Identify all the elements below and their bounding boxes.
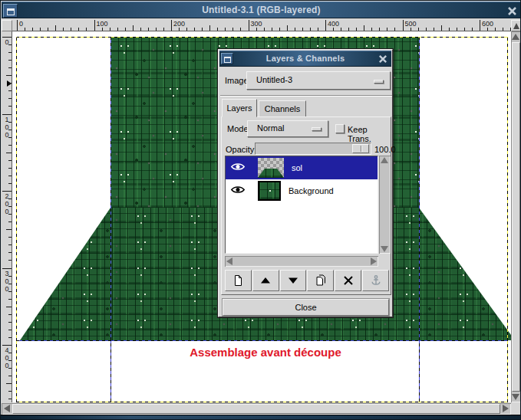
ruler-tick xyxy=(264,28,265,31)
ruler-tick xyxy=(279,28,280,31)
layer-list-hscrollbar[interactable] xyxy=(225,256,378,267)
ruler-label: 100 xyxy=(2,114,11,139)
ruler-tick xyxy=(8,60,12,61)
ruler-tick xyxy=(6,383,12,384)
scroll-down-icon[interactable] xyxy=(381,246,388,252)
lower-layer-button[interactable] xyxy=(280,270,307,291)
ruler-tick xyxy=(32,28,33,31)
ruler-tick xyxy=(240,28,241,31)
ruler-tick xyxy=(434,28,434,31)
ruler-tick xyxy=(8,183,12,184)
ruler-tick xyxy=(8,221,12,222)
dialog-titlebar[interactable]: Layers & Channels xyxy=(219,51,391,67)
layer-row-sol[interactable]: sol xyxy=(226,156,378,179)
ruler-tick xyxy=(156,28,157,31)
ruler-tick xyxy=(426,28,427,31)
ruler-tick xyxy=(55,25,56,31)
ruler-tick xyxy=(449,28,450,31)
vertical-scrollbar-thumb[interactable] xyxy=(512,42,520,392)
horizontal-scrollbar[interactable] xyxy=(2,403,511,415)
ruler-tick xyxy=(217,28,218,31)
canvas-annotation-text: Assemblage avant découpe xyxy=(131,346,400,359)
ruler-tick xyxy=(8,330,12,330)
layer-list: solBackground xyxy=(225,156,378,254)
ruler-tick xyxy=(295,28,295,31)
window-close-button[interactable] xyxy=(504,3,519,18)
ruler-tick xyxy=(379,28,380,31)
guide-vertical[interactable] xyxy=(110,38,111,402)
new-layer-button[interactable] xyxy=(225,270,252,291)
tab-channels[interactable]: Channels xyxy=(259,100,306,117)
scroll-left-icon[interactable] xyxy=(4,405,10,412)
delete-layer-button[interactable] xyxy=(335,270,361,291)
layer-boundary-left xyxy=(16,37,17,402)
ruler-label: 600 xyxy=(480,20,493,31)
scroll-right-icon[interactable] xyxy=(503,405,509,412)
opacity-value: 100.0 xyxy=(374,145,396,154)
scroll-right-icon[interactable] xyxy=(371,258,377,265)
delete-x-icon xyxy=(335,274,361,287)
ruler-tick xyxy=(387,28,387,31)
layer-name: Background xyxy=(289,186,334,195)
mode-select[interactable]: Normal xyxy=(247,120,328,137)
navigation-corner-box[interactable] xyxy=(511,20,521,31)
ruler-tick xyxy=(8,176,12,176)
image-select[interactable]: Untitled-3 xyxy=(246,71,391,90)
option-menu-indicator-icon xyxy=(374,80,384,84)
mode-select-value: Normal xyxy=(257,123,284,133)
layer-row-background[interactable]: Background xyxy=(226,179,378,202)
ruler-label: 200 xyxy=(2,191,11,215)
ruler-tick xyxy=(117,28,118,31)
ruler-tick xyxy=(8,168,12,169)
opacity-slider-handle[interactable] xyxy=(352,144,369,153)
ruler-tick xyxy=(8,299,12,300)
scroll-down-icon[interactable] xyxy=(512,394,519,400)
layers-channels-dialog: Layers & Channels Image: Untitled-3 Laye… xyxy=(218,49,393,317)
opacity-slider[interactable] xyxy=(255,143,371,155)
dialog-close-button[interactable] xyxy=(376,52,390,66)
ruler-tick xyxy=(8,322,12,323)
tab-layers[interactable]: Layers xyxy=(222,99,257,117)
option-menu-indicator-icon xyxy=(312,127,322,131)
ruler-tick xyxy=(25,28,25,31)
anchor-layer-button[interactable] xyxy=(362,270,389,291)
opacity-label: Opacity: xyxy=(226,145,256,154)
guide-horizontal[interactable] xyxy=(16,340,508,341)
ruler-tick xyxy=(140,28,141,31)
guide-vertical[interactable] xyxy=(419,38,420,402)
scroll-up-icon[interactable] xyxy=(512,34,519,40)
scroll-up-icon[interactable] xyxy=(381,157,388,163)
ruler-tick xyxy=(8,399,12,399)
keep-trans-checkbox[interactable] xyxy=(335,124,345,133)
close-button[interactable]: Close xyxy=(223,299,389,316)
window-titlebar[interactable]: Untitled-3.1 (RGB-layered) xyxy=(2,2,521,18)
raise-layer-button[interactable] xyxy=(252,270,279,291)
vertical-ruler[interactable]: 0100200300400 xyxy=(2,31,12,402)
ruler-tick xyxy=(8,90,12,91)
layer-boundary-top xyxy=(16,37,508,38)
vertical-scrollbar[interactable] xyxy=(511,31,521,402)
ruler-tick xyxy=(457,28,457,31)
horizontal-ruler[interactable]: 0100200300400500600 xyxy=(12,20,511,31)
ruler-tick xyxy=(418,28,419,31)
horizontal-scrollbar-thumb[interactable] xyxy=(12,404,500,414)
ruler-tick xyxy=(8,145,12,146)
ruler-tick xyxy=(8,252,12,253)
ruler-tick xyxy=(8,260,12,261)
duplicate-page-icon xyxy=(308,274,333,287)
ruler-tick xyxy=(148,28,149,31)
scroll-left-icon[interactable] xyxy=(226,258,232,265)
window-title: Untitled-3.1 (RGB-layered) xyxy=(2,2,521,18)
ruler-label: 200 xyxy=(171,20,185,31)
layer-visibility-toggle[interactable] xyxy=(226,185,249,197)
layer-boundary-right xyxy=(507,37,508,402)
ruler-tick xyxy=(8,83,12,84)
layer-visibility-toggle[interactable] xyxy=(226,162,249,174)
ruler-tick xyxy=(394,28,395,31)
duplicate-layer-button[interactable] xyxy=(307,270,334,291)
ruler-tick xyxy=(371,28,372,31)
layer-list-vscrollbar[interactable] xyxy=(379,156,391,254)
ruler-tick xyxy=(8,376,12,376)
keep-trans-label: Keep Trans. xyxy=(348,125,391,143)
layers-panel: Mode: Normal Keep Trans. Opacity: 100.0 … xyxy=(221,116,391,295)
